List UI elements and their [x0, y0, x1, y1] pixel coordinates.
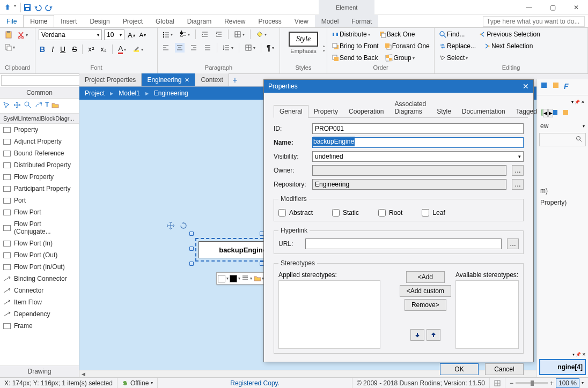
indent-icon[interactable] [214, 29, 224, 39]
font-size-combo[interactable]: 10▾ [104, 29, 124, 40]
toolbox-item[interactable]: Flow Port (In) [0, 237, 79, 249]
table-icon[interactable] [244, 43, 256, 53]
menu-project[interactable]: Project [116, 15, 149, 27]
rotate-handle-icon[interactable] [179, 221, 188, 232]
menu-home[interactable]: Home [23, 15, 54, 27]
toolbox-item[interactable]: Flow Port (Conjugate... [0, 218, 79, 237]
toolbox-item[interactable]: Flow Port (Out) [0, 249, 79, 261]
toolbox-item[interactable]: Dependency [0, 308, 79, 320]
fill-white-swatch[interactable] [218, 275, 225, 282]
forward-one-button[interactable]: Forward One [383, 41, 431, 51]
menu-design[interactable]: Design [83, 15, 116, 27]
add-stereotype-button[interactable]: <Add [406, 271, 445, 283]
url-browse-button[interactable]: … [507, 238, 519, 249]
panel-header-drawing[interactable]: Drawing [0, 365, 79, 377]
tabs-scroll-right-icon[interactable]: ▶ [548, 109, 553, 117]
menu-process[interactable]: Process [252, 15, 288, 27]
font-color-icon[interactable]: A [117, 43, 127, 55]
toolbox-item[interactable]: Connector [0, 285, 79, 296]
minimize-icon[interactable]: — [517, 0, 541, 15]
dialog-close-icon[interactable]: ✕ [523, 82, 529, 91]
panel-icon[interactable]: F [564, 82, 569, 91]
menu-format[interactable]: Format [345, 15, 378, 27]
italic-icon[interactable]: I [50, 44, 55, 55]
strike-icon[interactable]: S [71, 44, 78, 55]
search-icon[interactable] [576, 136, 582, 144]
folder-tool-icon[interactable] [51, 101, 60, 111]
ok-button[interactable]: OK [440, 363, 479, 375]
style-gallery[interactable]: Style [289, 32, 318, 47]
name-input[interactable]: backupEngine [312, 137, 524, 148]
previous-selection-button[interactable]: Previous Selection [477, 29, 541, 39]
zoom-tool-icon[interactable] [24, 101, 32, 111]
group-button[interactable]: Group [384, 53, 415, 63]
line-style-icon[interactable] [241, 274, 249, 283]
move-handle-icon[interactable] [166, 221, 175, 232]
dialog-tab-general[interactable]: General [274, 105, 308, 118]
tab-engineering[interactable]: Engineering✕ [142, 73, 195, 86]
url-input[interactable] [305, 238, 502, 249]
highlight-icon[interactable] [131, 44, 144, 54]
fill-black-swatch[interactable] [230, 275, 237, 282]
toolbox-item[interactable]: Port [0, 195, 79, 206]
close-tab-icon[interactable]: ✕ [185, 77, 189, 84]
root-checkbox[interactable]: Root [378, 209, 402, 217]
select-button[interactable]: Select [438, 53, 469, 63]
panel-header-common[interactable]: Common [0, 87, 79, 99]
link-tool-icon[interactable] [34, 101, 43, 111]
back-one-button[interactable]: Back One [378, 29, 416, 39]
tree-icon[interactable] [562, 109, 569, 118]
toolbox-item[interactable]: Flow Port [0, 206, 79, 218]
add-custom-stereotype-button[interactable]: <Add custom [400, 285, 451, 297]
send-to-back-button[interactable]: Send to Back [330, 53, 379, 63]
panel-controls[interactable]: ▾ 📌 ✕ [572, 352, 586, 357]
line-spacing-icon[interactable] [222, 43, 234, 53]
tag-icon[interactable] [253, 274, 261, 283]
leaf-checkbox[interactable]: Leaf [422, 209, 445, 217]
toolbox-item[interactable]: Item Flow [0, 296, 79, 308]
text-tool-icon[interactable]: T [45, 101, 49, 111]
category-header[interactable]: SysMLInternalBlockDiagr... [0, 114, 79, 124]
panel-icon[interactable] [552, 81, 560, 91]
undo-icon[interactable] [34, 3, 42, 12]
tabs-scroll-left-icon[interactable]: ◀ [543, 109, 548, 117]
dialog-tab-style[interactable]: Style [431, 106, 457, 117]
zoom-value[interactable]: 100 % [556, 378, 579, 388]
menu-review[interactable]: Review [218, 15, 252, 27]
id-input[interactable] [312, 123, 524, 134]
save-icon[interactable] [23, 3, 32, 12]
tab-context[interactable]: Context [195, 73, 229, 86]
subscript-icon[interactable]: x₂ [99, 44, 108, 54]
add-tab-icon[interactable]: + [229, 76, 241, 85]
available-stereotypes-list[interactable] [455, 280, 519, 349]
bring-to-front-button[interactable]: Bring to Front [330, 41, 380, 51]
cancel-button[interactable]: Cancel [485, 363, 524, 375]
bold-icon[interactable]: B [39, 44, 46, 55]
underline-icon[interactable]: U [59, 44, 67, 55]
bullets-icon[interactable] [161, 29, 174, 39]
outdent-icon[interactable] [200, 29, 210, 39]
font-name-combo[interactable]: Verdana▾ [39, 29, 102, 40]
pin-icon[interactable]: ▾ 📌 ✕ [571, 100, 585, 105]
static-checkbox[interactable]: Static [332, 209, 359, 217]
move-up-icon[interactable] [427, 329, 440, 341]
owner-browse-button[interactable]: … [512, 165, 524, 176]
tellme-input[interactable] [483, 16, 585, 27]
borders-icon[interactable] [233, 29, 246, 39]
align-center-icon[interactable] [175, 43, 185, 53]
paragraph-icon[interactable]: ¶ [266, 42, 275, 53]
menu-view[interactable]: View [288, 15, 315, 27]
pointer-tool-icon[interactable] [2, 101, 11, 111]
toolbox-search-input[interactable] [1, 75, 86, 86]
align-right-icon[interactable] [189, 43, 199, 53]
toolbox-item[interactable]: Property [0, 124, 79, 136]
justify-icon[interactable] [203, 43, 212, 53]
toolbox-item[interactable]: Frame [0, 320, 79, 332]
menu-insert[interactable]: Insert [54, 15, 83, 27]
menu-global[interactable]: Global [149, 15, 181, 27]
menu-file[interactable]: File [0, 15, 23, 27]
replace-button[interactable]: Replace... [438, 41, 477, 51]
find-button[interactable]: Find... [438, 29, 466, 39]
move-tool-icon[interactable] [13, 101, 21, 111]
visibility-combo[interactable]: undefined▾ [312, 151, 524, 162]
